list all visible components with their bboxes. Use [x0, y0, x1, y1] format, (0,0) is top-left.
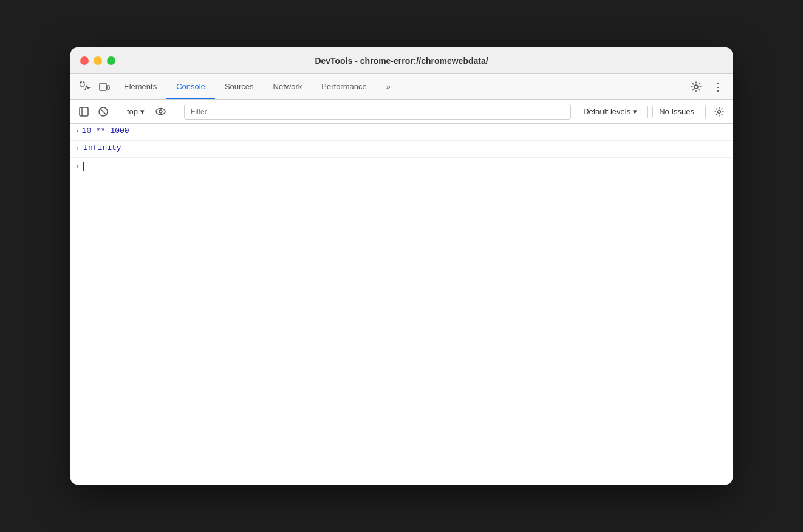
context-selector[interactable]: top ▾: [122, 106, 149, 117]
prompt-arrow-icon: ›: [75, 162, 80, 171]
tab-console[interactable]: Console: [166, 74, 215, 99]
red-traffic-light[interactable]: [80, 56, 89, 65]
svg-rect-4: [80, 107, 88, 116]
console-output-value: Infinity: [83, 143, 121, 152]
settings-icon[interactable]: [686, 77, 706, 97]
toolbar-divider-1: [117, 106, 117, 118]
return-arrow-output: ‹: [75, 143, 80, 153]
tab-more[interactable]: »: [377, 74, 400, 99]
green-traffic-light[interactable]: [107, 56, 115, 65]
tabs-list: Elements Console Sources Network Perform…: [114, 74, 686, 99]
toolbar-divider-4: [705, 106, 706, 118]
title-bar: DevTools - chrome-error://chromewebdata/: [70, 47, 733, 74]
svg-rect-2: [107, 86, 109, 89]
tab-network[interactable]: Network: [264, 74, 312, 99]
devtools-window: DevTools - chrome-error://chromewebdata/…: [70, 47, 733, 485]
log-levels-dropdown[interactable]: Default levels ▾: [578, 106, 642, 117]
console-input-row[interactable]: ›: [70, 158, 733, 175]
filter-input[interactable]: [184, 104, 571, 120]
expand-arrow-input[interactable]: ›: [75, 126, 80, 135]
console-toolbar: top ▾ Default levels ▾ No Issues: [70, 100, 733, 124]
svg-point-10: [718, 110, 721, 113]
svg-line-7: [100, 108, 107, 115]
traffic-lights: [80, 56, 115, 65]
tabs-bar: Elements Console Sources Network Perform…: [70, 74, 733, 100]
eye-icon[interactable]: [152, 103, 169, 120]
clear-console-icon[interactable]: [95, 103, 112, 120]
svg-point-9: [159, 110, 162, 113]
toolbar-divider-2: [174, 106, 174, 118]
console-cursor: [83, 162, 84, 171]
svg-rect-1: [100, 83, 106, 90]
tab-elements[interactable]: Elements: [114, 74, 166, 99]
console-settings-icon[interactable]: [711, 103, 728, 120]
console-entry-output: ‹ Infinity: [70, 141, 733, 158]
toolbar-divider-3: [647, 106, 648, 118]
svg-point-8: [156, 109, 165, 115]
no-issues-button[interactable]: No Issues: [652, 106, 700, 117]
inspect-element-icon[interactable]: [75, 77, 95, 97]
tab-performance[interactable]: Performance: [312, 74, 376, 99]
device-toggle-icon[interactable]: [95, 77, 114, 97]
svg-point-3: [694, 85, 698, 89]
svg-rect-0: [80, 82, 84, 86]
console-content[interactable]: › 10 ** 1000 ‹ Infinity ›: [70, 124, 733, 485]
tab-sources[interactable]: Sources: [215, 74, 264, 99]
console-entry-input: › 10 ** 1000: [70, 124, 733, 141]
tabs-right-icons: ⋮: [686, 77, 728, 97]
console-input-code: 10 ** 1000: [82, 126, 129, 135]
more-options-icon[interactable]: ⋮: [708, 77, 728, 97]
sidebar-toggle-icon[interactable]: [75, 103, 92, 120]
window-title: DevTools - chrome-error://chromewebdata/: [315, 56, 488, 66]
yellow-traffic-light[interactable]: [94, 56, 102, 65]
